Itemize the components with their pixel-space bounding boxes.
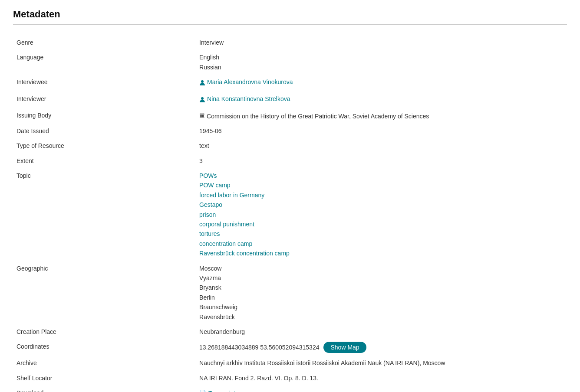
title-divider: [13, 24, 567, 25]
interviewee-link[interactable]: Maria Alexandrovna Vinokurova: [199, 77, 293, 87]
transcript-text: Transcript: [208, 389, 235, 392]
metadata-table: Genre Interview Language English Russian…: [13, 35, 567, 392]
issuing-body-name: Commission on the History of the Great P…: [207, 111, 429, 121]
archive-label: Archive: [13, 356, 196, 370]
date-issued-row: Date Issued 1945-06: [13, 124, 567, 138]
interviewer-row: Interviewer Nina Konstantinovna Strelkov…: [13, 91, 567, 108]
topic-gestapo[interactable]: Gestapo: [199, 200, 564, 209]
interviewee-value: Maria Alexandrovna Vinokurova: [196, 75, 567, 91]
coords-text: 13.268188443034889 53.560052094315324: [199, 343, 319, 352]
issuing-body-row: Issuing Body 🏛 Commission on the History…: [13, 108, 567, 124]
interviewee-row: Interviewee Maria Alexandrovna Vinokurov…: [13, 75, 567, 91]
download-row: Download 📄 Transcript: [13, 385, 567, 392]
show-map-button[interactable]: Show Map: [323, 342, 366, 353]
topic-pow-camp[interactable]: POW camp: [199, 180, 564, 190]
date-issued-value: 1945-06: [196, 124, 567, 138]
topic-label: Topic: [13, 168, 196, 261]
coordinates-value: 13.268188443034889 53.560052094315324 Sh…: [196, 339, 567, 356]
coordinates-row: Coordinates 13.268188443034889 53.560052…: [13, 339, 567, 356]
language-values: English Russian: [196, 50, 567, 75]
topic-row: Topic POWs POW camp forced labor in Germ…: [13, 168, 567, 261]
download-label: Download: [13, 385, 196, 392]
language-russian: Russian: [199, 62, 564, 72]
person-icon-2: [199, 96, 205, 102]
geo-ravensbruck: Ravensbrück: [199, 312, 564, 322]
shelf-locator-value: NA IRI RAN. Fond 2. Razd. VI. Op. 8. D. …: [196, 371, 567, 385]
archive-row: Archive Nauchnyi arkhiv Instituta Rossii…: [13, 356, 567, 370]
person-icon: [199, 79, 205, 85]
archive-value: Nauchnyi arkhiv Instituta Rossiiskoi ist…: [196, 356, 567, 370]
download-value: 📄 Transcript: [196, 385, 567, 392]
extent-row: Extent 3: [13, 154, 567, 168]
issuing-body-link[interactable]: 🏛 Commission on the History of the Great…: [199, 111, 429, 121]
topic-forced-labor[interactable]: forced labor in Germany: [199, 190, 564, 200]
creation-place-label: Creation Place: [13, 324, 196, 339]
topic-ravensbruck[interactable]: Ravensbrück concentration camp: [199, 248, 564, 258]
interviewee-name: Maria Alexandrovna Vinokurova: [207, 77, 293, 87]
language-label: Language: [13, 50, 196, 75]
geographic-row: Geographic Moscow Vyazma Bryansk Berlin …: [13, 261, 567, 324]
topic-pows[interactable]: POWs: [199, 171, 564, 180]
interviewee-label: Interviewee: [13, 75, 196, 91]
language-english: English: [199, 52, 564, 62]
topic-values: POWs POW camp forced labor in Germany Ge…: [196, 168, 567, 261]
geographic-values: Moscow Vyazma Bryansk Berlin Braunschwei…: [196, 261, 567, 324]
date-issued-label: Date Issued: [13, 124, 196, 138]
interviewer-label: Interviewer: [13, 91, 196, 108]
geo-bryansk: Bryansk: [199, 283, 564, 292]
interviewer-link[interactable]: Nina Konstantinovna Strelkova: [199, 94, 290, 104]
creation-place-row: Creation Place Neubrandenburg: [13, 324, 567, 339]
issuing-body-label: Issuing Body: [13, 108, 196, 124]
coords-container: 13.268188443034889 53.560052094315324 Sh…: [199, 342, 564, 353]
geo-moscow: Moscow: [199, 264, 564, 273]
topic-corporal-punishment[interactable]: corporal punishment: [199, 219, 564, 229]
topic-tortures[interactable]: tortures: [199, 229, 564, 238]
geo-berlin: Berlin: [199, 293, 564, 302]
topic-prison[interactable]: prison: [199, 210, 564, 219]
genre-label: Genre: [13, 35, 196, 50]
transcript-link[interactable]: 📄 Transcript: [199, 389, 235, 392]
type-of-resource-value: text: [196, 138, 567, 153]
geo-vyazma: Vyazma: [199, 273, 564, 283]
interviewer-name: Nina Konstantinovna Strelkova: [207, 94, 290, 104]
extent-label: Extent: [13, 154, 196, 168]
genre-row: Genre Interview: [13, 35, 567, 50]
language-row: Language English Russian: [13, 50, 567, 75]
page-title: Metadaten: [13, 9, 567, 20]
shelf-locator-row: Shelf Locator NA IRI RAN. Fond 2. Razd. …: [13, 371, 567, 385]
document-icon: 📄: [199, 389, 206, 392]
interviewer-value: Nina Konstantinovna Strelkova: [196, 91, 567, 108]
svg-point-1: [201, 97, 204, 100]
svg-point-0: [201, 80, 204, 83]
genre-value: Interview: [196, 35, 567, 50]
creation-place-value: Neubrandenburg: [196, 324, 567, 339]
topic-concentration-camp[interactable]: concentration camp: [199, 239, 564, 248]
type-of-resource-label: Type of Resource: [13, 138, 196, 153]
extent-value: 3: [196, 154, 567, 168]
geographic-label: Geographic: [13, 261, 196, 324]
type-of-resource-row: Type of Resource text: [13, 138, 567, 153]
issuing-body-value: 🏛 Commission on the History of the Great…: [196, 108, 567, 124]
shelf-locator-label: Shelf Locator: [13, 371, 196, 385]
geo-braunschweig: Braunschweig: [199, 302, 564, 312]
building-icon: 🏛: [199, 111, 205, 121]
coordinates-label: Coordinates: [13, 339, 196, 356]
